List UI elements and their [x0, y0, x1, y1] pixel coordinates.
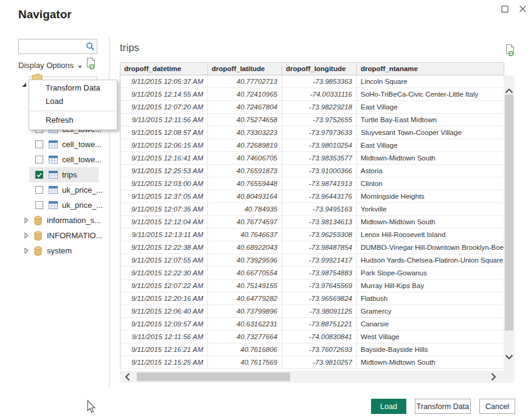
search-input[interactable]: [22, 40, 83, 53]
cell-dropoff_datetime: 9/11/2015 12:16:41 AM: [120, 152, 208, 164]
menu-item-transform-data[interactable]: Transform Data: [29, 81, 117, 95]
table-row: 9/11/2015 12:06:40 AM40.73799896-73.9809…: [120, 305, 504, 318]
tree-item-cell_towe[interactable]: cell_towe...: [22, 137, 99, 152]
cell-dropoff_longitude: -73.98754883: [282, 267, 357, 279]
table-row: 9/11/2015 12:07:35 AM40.784935-73.949516…: [120, 203, 504, 216]
tree-item-information_s[interactable]: information_s...: [22, 213, 99, 228]
context-menu: Transform DataLoadRefresh: [29, 80, 117, 130]
maximize-button[interactable]: [499, 4, 511, 16]
cell-dropoff_ntaname: Gramercy: [357, 305, 504, 317]
maximize-icon: [501, 4, 508, 15]
table-row: 9/11/2015 12:07:55 AM40.73929596-73.9992…: [120, 254, 504, 267]
cell-dropoff_ntaname: Stuyvesant Town-Cooper Village: [357, 126, 504, 139]
tree-item-uk_price_[interactable]: uk_price_...: [22, 198, 99, 213]
cell-dropoff_ntaname: Morningside Heights: [357, 190, 504, 202]
tree-item-uk_price_[interactable]: uk_price_...: [22, 182, 99, 198]
cell-dropoff_ntaname: DUMBO-Vinegar Hill-Downtown Brooklyn-Boe…: [357, 241, 504, 253]
checkbox[interactable]: [35, 186, 43, 194]
cell-dropoff_latitude: 40.64779282: [208, 292, 282, 305]
checkbox[interactable]: [35, 140, 43, 148]
vertical-scrollbar-thumb[interactable]: [505, 95, 513, 331]
tree-item-cell_towe[interactable]: cell_towe...: [22, 152, 99, 167]
cell-dropoff_datetime: 9/11/2015 12:25:53 AM: [120, 165, 208, 177]
chevron-right-icon[interactable]: [24, 232, 29, 239]
cell-dropoff_ntaname: Murray Hill-Kips Bay: [357, 280, 504, 292]
horizontal-scrollbar[interactable]: [120, 371, 504, 383]
horizontal-scrollbar-thumb[interactable]: [137, 373, 290, 381]
cell-dropoff_latitude: 40.72467804: [208, 101, 282, 113]
cell-dropoff_datetime: 9/11/2015 12:20:16 AM: [120, 292, 208, 305]
table-row: 9/11/2015 12:25:53 AM40.76591873-73.9100…: [120, 165, 504, 177]
cell-dropoff_datetime: 9/11/2015 12:13:11 AM: [120, 229, 208, 241]
chevron-right-icon[interactable]: [24, 247, 29, 254]
cell-dropoff_longitude: -73.9495163: [282, 203, 357, 215]
column-header-dropoff_datetime: dropoff_datetime: [120, 63, 208, 75]
database-icon: [34, 216, 42, 225]
tree-item-label: uk_price_...: [62, 185, 103, 195]
cell-dropoff_longitude: -73.91000366: [282, 165, 357, 177]
file-refresh-icon: [86, 57, 97, 70]
tree-item-label: information_s...: [47, 216, 101, 225]
menu-item-load[interactable]: Load: [29, 95, 117, 108]
cell-dropoff_longitude: -74.00331116: [282, 88, 357, 100]
chevron-right-icon[interactable]: [24, 217, 29, 224]
cell-dropoff_datetime: 9/11/2015 12:07:22 AM: [120, 280, 208, 292]
cell-dropoff_latitude: 40.784935: [208, 203, 282, 215]
close-button[interactable]: [516, 4, 529, 16]
cell-dropoff_datetime: 9/11/2015 12:06:15 AM: [120, 139, 208, 151]
scroll-right-icon[interactable]: [491, 373, 496, 384]
column-header-dropoff_ntaname: dropoff_ntaname: [357, 63, 504, 75]
checkbox[interactable]: [35, 171, 43, 179]
cell-dropoff_datetime: 9/11/2015 12:22:38 AM: [120, 241, 208, 253]
cell-dropoff_datetime: 9/11/2015 12:11:56 AM: [120, 331, 208, 343]
table-row: 9/11/2015 12:15:25 AM40.7617569-73.98102…: [120, 356, 504, 369]
cell-dropoff_latitude: 40.76559448: [208, 177, 282, 190]
cell-dropoff_longitude: -73.98353577: [282, 152, 357, 164]
scroll-down-icon[interactable]: [505, 351, 513, 362]
cell-dropoff_datetime: 9/11/2015 12:07:35 AM: [120, 203, 208, 215]
table-row: 9/11/2015 12:16:41 AM40.74606705-73.9835…: [120, 152, 504, 165]
cell-dropoff_longitude: -73.76072693: [282, 343, 357, 356]
cell-dropoff_datetime: 9/11/2015 12:06:40 AM: [120, 305, 208, 317]
chevron-expanded-icon[interactable]: [21, 79, 27, 90]
cell-dropoff_latitude: 40.76591873: [208, 165, 282, 177]
table-row: 9/11/2015 12:22:38 AM40.68922043-73.9848…: [120, 241, 504, 254]
cell-dropoff_longitude: -73.97973633: [282, 126, 357, 139]
cell-dropoff_ntaname: West Village: [357, 331, 504, 343]
table-row: 9/11/2015 12:07:20 AM40.72467804-73.9822…: [120, 101, 504, 114]
table-row: 9/11/2015 12:16:21 AM40.7616806-73.76072…: [120, 343, 504, 356]
tree-item-trips[interactable]: trips: [22, 167, 99, 182]
close-icon: [519, 4, 527, 15]
table-row: 9/11/2015 12:14:55 AM40.72410965-74.0033…: [120, 88, 504, 101]
table-row: 9/11/2015 12:13:11 AM40.7646637-73.96259…: [120, 229, 504, 241]
checkbox[interactable]: [35, 201, 43, 209]
table-body: 9/11/2015 12:05:37 AM40.77702713-73.9853…: [120, 75, 504, 369]
refresh-preview-button[interactable]: [86, 57, 97, 72]
refresh-preview-button-right[interactable]: [505, 44, 516, 59]
tree-item-system[interactable]: system: [22, 243, 99, 258]
scroll-left-icon[interactable]: [125, 373, 130, 384]
table-row: 9/11/2015 12:03:00 AM40.76559448-73.9874…: [120, 177, 504, 190]
cell-dropoff_longitude: -74.00830841: [282, 331, 357, 343]
cancel-button[interactable]: Cancel: [479, 399, 515, 414]
search-icon[interactable]: [83, 42, 97, 51]
vertical-scrollbar[interactable]: [504, 75, 515, 383]
load-button[interactable]: Load: [371, 399, 406, 414]
tree-item-informatio[interactable]: INFORMATIO...: [22, 228, 99, 243]
cell-dropoff_longitude: -73.96443176: [282, 190, 357, 202]
cell-dropoff_longitude: -73.9810257: [282, 356, 357, 368]
display-options-dropdown[interactable]: Display Options: [18, 60, 82, 71]
cell-dropoff_longitude: -73.98487854: [282, 241, 357, 253]
cell-dropoff_datetime: 9/11/2015 12:08:57 AM: [120, 126, 208, 139]
table-row: 9/11/2015 12:37:05 AM40.80493164-73.9644…: [120, 190, 504, 203]
checkbox[interactable]: [35, 156, 43, 164]
cell-dropoff_ntaname: Clinton: [357, 177, 504, 190]
cell-dropoff_ntaname: Lincoln Square: [357, 75, 504, 88]
menu-item-refresh[interactable]: Refresh: [29, 114, 117, 127]
table-header-row: dropoff_datetimedropoff_latitudedropoff_…: [120, 63, 504, 75]
cell-dropoff_latitude: 40.66770554: [208, 267, 282, 279]
transform-data-button[interactable]: Transform Data: [415, 399, 471, 414]
tree-item-label: cell_towe...: [62, 155, 102, 164]
search-box[interactable]: [18, 39, 97, 54]
table-row: 9/11/2015 12:20:16 AM40.64779282-73.9656…: [120, 292, 504, 305]
